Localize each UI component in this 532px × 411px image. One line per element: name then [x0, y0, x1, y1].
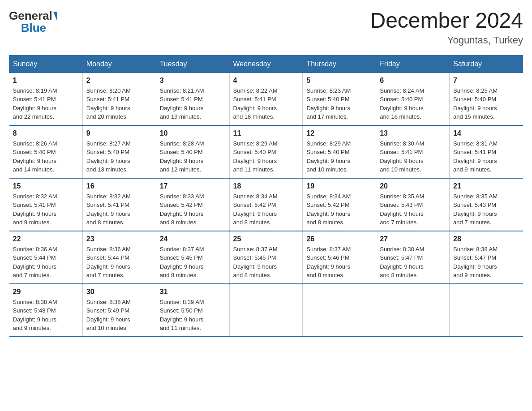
day-number: 8 — [13, 129, 79, 137]
day-number: 27 — [380, 235, 446, 243]
day-info: Sunrise: 8:36 AM Sunset: 5:44 PM Dayligh… — [86, 245, 152, 280]
day-info: Sunrise: 8:22 AM Sunset: 5:41 PM Dayligh… — [233, 86, 299, 121]
calendar-week-row: 1 Sunrise: 8:19 AM Sunset: 5:41 PM Dayli… — [9, 73, 523, 125]
table-row: 16 Sunrise: 8:32 AM Sunset: 5:41 PM Dayl… — [82, 178, 156, 231]
header-sunday: Sunday — [9, 55, 83, 73]
day-number: 31 — [160, 288, 226, 296]
day-number: 22 — [13, 235, 79, 243]
day-number: 17 — [160, 182, 226, 190]
day-info: Sunrise: 8:35 AM Sunset: 5:43 PM Dayligh… — [453, 192, 519, 227]
day-number: 21 — [453, 182, 519, 190]
table-row: 30 Sunrise: 8:38 AM Sunset: 5:49 PM Dayl… — [82, 284, 156, 337]
calendar-subtitle: Yoguntas, Turkey — [370, 34, 523, 46]
day-number: 5 — [306, 77, 372, 85]
table-row: 10 Sunrise: 8:28 AM Sunset: 5:40 PM Dayl… — [156, 125, 229, 178]
day-info: Sunrise: 8:34 AM Sunset: 5:42 PM Dayligh… — [306, 192, 372, 227]
calendar-week-row: 8 Sunrise: 8:26 AM Sunset: 5:40 PM Dayli… — [9, 125, 523, 178]
day-info: Sunrise: 8:29 AM Sunset: 5:40 PM Dayligh… — [306, 139, 372, 174]
day-info: Sunrise: 8:33 AM Sunset: 5:42 PM Dayligh… — [160, 192, 226, 227]
day-info: Sunrise: 8:37 AM Sunset: 5:45 PM Dayligh… — [233, 245, 299, 280]
table-row: 23 Sunrise: 8:36 AM Sunset: 5:44 PM Dayl… — [82, 231, 156, 284]
day-number: 29 — [13, 288, 79, 296]
day-number: 3 — [160, 77, 226, 85]
day-number: 7 — [453, 77, 519, 85]
day-info: Sunrise: 8:21 AM Sunset: 5:41 PM Dayligh… — [160, 86, 226, 121]
day-info: Sunrise: 8:38 AM Sunset: 5:47 PM Dayligh… — [453, 245, 519, 280]
table-row — [229, 284, 303, 337]
table-row: 6 Sunrise: 8:24 AM Sunset: 5:40 PM Dayli… — [376, 73, 450, 125]
day-info: Sunrise: 8:29 AM Sunset: 5:40 PM Dayligh… — [233, 139, 299, 174]
table-row — [450, 284, 523, 337]
day-number: 12 — [306, 129, 372, 137]
table-row: 18 Sunrise: 8:34 AM Sunset: 5:42 PM Dayl… — [229, 178, 303, 231]
day-info: Sunrise: 8:37 AM Sunset: 5:46 PM Dayligh… — [306, 245, 372, 280]
day-info: Sunrise: 8:39 AM Sunset: 5:50 PM Dayligh… — [160, 298, 226, 333]
day-number: 14 — [453, 129, 519, 137]
table-row: 11 Sunrise: 8:29 AM Sunset: 5:40 PM Dayl… — [229, 125, 303, 178]
weekday-header-row: Sunday Monday Tuesday Wednesday Thursday… — [9, 55, 523, 73]
day-info: Sunrise: 8:35 AM Sunset: 5:43 PM Dayligh… — [380, 192, 446, 227]
day-info: Sunrise: 8:34 AM Sunset: 5:42 PM Dayligh… — [233, 192, 299, 227]
table-row: 19 Sunrise: 8:34 AM Sunset: 5:42 PM Dayl… — [303, 178, 376, 231]
table-row: 25 Sunrise: 8:37 AM Sunset: 5:45 PM Dayl… — [229, 231, 303, 284]
table-row: 24 Sunrise: 8:37 AM Sunset: 5:45 PM Dayl… — [156, 231, 229, 284]
header-friday: Friday — [376, 55, 450, 73]
day-number: 26 — [306, 235, 372, 243]
day-info: Sunrise: 8:26 AM Sunset: 5:40 PM Dayligh… — [13, 139, 79, 174]
table-row: 13 Sunrise: 8:30 AM Sunset: 5:41 PM Dayl… — [376, 125, 450, 178]
day-number: 20 — [380, 182, 446, 190]
table-row: 4 Sunrise: 8:22 AM Sunset: 5:41 PM Dayli… — [229, 73, 303, 125]
day-number: 18 — [233, 182, 299, 190]
header-wednesday: Wednesday — [229, 55, 303, 73]
table-row: 21 Sunrise: 8:35 AM Sunset: 5:43 PM Dayl… — [450, 178, 523, 231]
day-info: Sunrise: 8:28 AM Sunset: 5:40 PM Dayligh… — [160, 139, 226, 174]
table-row: 31 Sunrise: 8:39 AM Sunset: 5:50 PM Dayl… — [156, 284, 229, 337]
day-number: 19 — [306, 182, 372, 190]
day-number: 24 — [160, 235, 226, 243]
calendar-week-row: 15 Sunrise: 8:32 AM Sunset: 5:41 PM Dayl… — [9, 178, 523, 231]
day-number: 25 — [233, 235, 299, 243]
day-info: Sunrise: 8:31 AM Sunset: 5:41 PM Dayligh… — [453, 139, 519, 174]
day-info: Sunrise: 8:30 AM Sunset: 5:41 PM Dayligh… — [380, 139, 446, 174]
title-area: December 2024 Yoguntas, Turkey — [370, 9, 523, 46]
day-info: Sunrise: 8:32 AM Sunset: 5:41 PM Dayligh… — [86, 192, 152, 227]
day-info: Sunrise: 8:38 AM Sunset: 5:48 PM Dayligh… — [13, 298, 79, 333]
day-info: Sunrise: 8:25 AM Sunset: 5:40 PM Dayligh… — [453, 86, 519, 121]
table-row: 7 Sunrise: 8:25 AM Sunset: 5:40 PM Dayli… — [450, 73, 523, 125]
table-row: 29 Sunrise: 8:38 AM Sunset: 5:48 PM Dayl… — [9, 284, 83, 337]
day-info: Sunrise: 8:36 AM Sunset: 5:44 PM Dayligh… — [13, 245, 79, 280]
day-number: 11 — [233, 129, 299, 137]
logo-blue-text: Blue — [21, 21, 46, 35]
day-info: Sunrise: 8:23 AM Sunset: 5:40 PM Dayligh… — [306, 86, 372, 121]
table-row: 15 Sunrise: 8:32 AM Sunset: 5:41 PM Dayl… — [9, 178, 83, 231]
day-number: 30 — [86, 288, 152, 296]
day-number: 10 — [160, 129, 226, 137]
day-info: Sunrise: 8:19 AM Sunset: 5:41 PM Dayligh… — [13, 86, 79, 121]
table-row — [376, 284, 450, 337]
logo: General Blue — [9, 9, 57, 35]
table-row: 12 Sunrise: 8:29 AM Sunset: 5:40 PM Dayl… — [303, 125, 376, 178]
day-number: 16 — [86, 182, 152, 190]
calendar-table: Sunday Monday Tuesday Wednesday Thursday… — [9, 55, 523, 337]
table-row: 26 Sunrise: 8:37 AM Sunset: 5:46 PM Dayl… — [303, 231, 376, 284]
header-thursday: Thursday — [303, 55, 376, 73]
day-info: Sunrise: 8:38 AM Sunset: 5:47 PM Dayligh… — [380, 245, 446, 280]
header-tuesday: Tuesday — [156, 55, 229, 73]
table-row: 1 Sunrise: 8:19 AM Sunset: 5:41 PM Dayli… — [9, 73, 83, 125]
day-number: 6 — [380, 77, 446, 85]
table-row: 28 Sunrise: 8:38 AM Sunset: 5:47 PM Dayl… — [450, 231, 523, 284]
day-number: 4 — [233, 77, 299, 85]
table-row: 27 Sunrise: 8:38 AM Sunset: 5:47 PM Dayl… — [376, 231, 450, 284]
table-row: 3 Sunrise: 8:21 AM Sunset: 5:41 PM Dayli… — [156, 73, 229, 125]
calendar-week-row: 29 Sunrise: 8:38 AM Sunset: 5:48 PM Dayl… — [9, 284, 523, 337]
header-monday: Monday — [82, 55, 156, 73]
day-number: 13 — [380, 129, 446, 137]
table-row: 14 Sunrise: 8:31 AM Sunset: 5:41 PM Dayl… — [450, 125, 523, 178]
day-number: 28 — [453, 235, 519, 243]
day-info: Sunrise: 8:20 AM Sunset: 5:41 PM Dayligh… — [86, 86, 152, 121]
day-number: 9 — [86, 129, 152, 137]
calendar-week-row: 22 Sunrise: 8:36 AM Sunset: 5:44 PM Dayl… — [9, 231, 523, 284]
day-number: 23 — [86, 235, 152, 243]
table-row: 20 Sunrise: 8:35 AM Sunset: 5:43 PM Dayl… — [376, 178, 450, 231]
header-saturday: Saturday — [450, 55, 523, 73]
